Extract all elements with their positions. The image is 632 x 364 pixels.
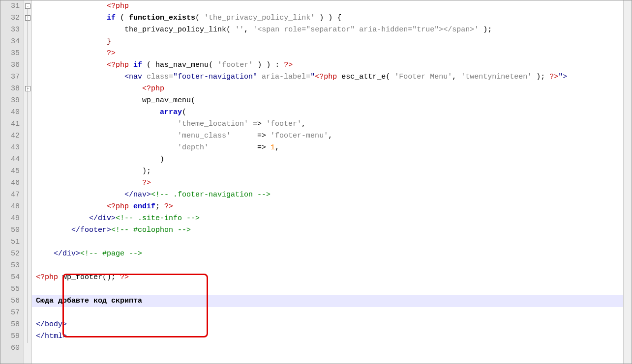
- code-line[interactable]: </div><!-- #page -->: [32, 248, 623, 260]
- line-number: 59: [0, 331, 20, 342]
- code-line[interactable]: wp_nav_menu(: [32, 95, 623, 107]
- line-number: 39: [0, 95, 20, 107]
- line-number: 37: [0, 71, 20, 83]
- indent: [36, 26, 124, 34]
- php-open-tag: <?php: [107, 2, 129, 10]
- text: ) ) {: [315, 14, 341, 22]
- function-name: function_exists: [129, 14, 195, 22]
- line-number: 32: [0, 12, 20, 24]
- text: ,: [275, 143, 279, 152]
- line-number: 51: [0, 236, 20, 248]
- php-close-tag: ?>: [284, 61, 293, 69]
- function-name: the_privacy_policy_link: [124, 26, 226, 34]
- code-line[interactable]: <?php: [32, 83, 623, 95]
- code-line[interactable]: array(: [32, 107, 623, 118]
- line-number: 41: [0, 118, 20, 130]
- string: 'Footer Menu': [394, 73, 452, 81]
- text: );: [142, 167, 151, 175]
- fold-toggle[interactable]: -: [25, 3, 30, 9]
- code-line[interactable]: [32, 260, 623, 272]
- text: ": [310, 73, 315, 81]
- code-line[interactable]: [32, 342, 623, 354]
- html-tag: <nav: [124, 73, 147, 81]
- code-line[interactable]: [32, 236, 623, 248]
- code-line[interactable]: [32, 283, 623, 295]
- indent: [36, 108, 160, 116]
- fold-gutter: - - -: [24, 0, 32, 364]
- php-close-tag: ?>: [164, 202, 173, 211]
- string: 'footer': [217, 61, 253, 69]
- indent: [36, 179, 142, 187]
- comment: <!-- .site-info -->: [116, 214, 200, 223]
- attr: class=: [147, 73, 173, 81]
- string: 'menu_class': [178, 132, 231, 140]
- text: ,: [328, 132, 332, 140]
- line-number-gutter: 31 32 33 34 35 36 37 38 39 40 41 42 43 4…: [0, 0, 24, 364]
- function-name: wp_nav_menu: [142, 96, 191, 105]
- code-line[interactable]: the_privacy_policy_link( '', '<span role…: [32, 24, 623, 36]
- code-line[interactable]: </body>: [32, 319, 623, 331]
- text: [129, 61, 133, 69]
- text: [231, 132, 253, 140]
- indent: [36, 61, 107, 69]
- indent: [36, 2, 107, 10]
- code-line[interactable]: <?php wp_footer(); ?>: [32, 272, 623, 283]
- line-number: 60: [0, 342, 20, 354]
- text: ;: [155, 202, 164, 211]
- code-line[interactable]: if ( function_exists( 'the_privacy_polic…: [32, 12, 623, 24]
- code-line[interactable]: 'menu_class' => 'footer-menu',: [32, 130, 623, 142]
- text: [58, 273, 62, 281]
- indent: [36, 96, 142, 105]
- text: ): [160, 155, 164, 164]
- code-line[interactable]: </footer><!-- #colophon -->: [32, 224, 623, 236]
- code-line[interactable]: 'depth' => 1,: [32, 142, 623, 154]
- indent: [36, 73, 124, 81]
- code-line[interactable]: <?php if ( has_nav_menu( 'footer' ) ) : …: [32, 59, 623, 71]
- php-open-tag: <?php: [142, 84, 164, 93]
- code-line[interactable]: <nav class="footer-navigation" aria-labe…: [32, 71, 623, 83]
- html-tag: </footer>: [71, 226, 111, 234]
- code-line[interactable]: </html>: [32, 331, 623, 342]
- code-editor[interactable]: 31 32 33 34 35 36 37 38 39 40 41 42 43 4…: [0, 0, 632, 364]
- html-tag: </html>: [36, 332, 67, 340]
- code-line[interactable]: ?>: [32, 48, 623, 59]
- code-line[interactable]: }: [32, 36, 623, 48]
- code-line[interactable]: ): [32, 154, 623, 166]
- vertical-scrollbar[interactable]: [623, 0, 632, 364]
- comment: <!-- #colophon -->: [111, 226, 191, 234]
- php-open-tag: <?php: [107, 61, 129, 69]
- code-line-active[interactable]: Сюда добавте код скрипта: [32, 295, 623, 307]
- text: [129, 202, 133, 211]
- string: 'footer-menu': [271, 132, 328, 140]
- attr: aria-label=: [262, 73, 310, 81]
- fold-line: [28, 9, 28, 343]
- text: ) ) :: [253, 61, 284, 69]
- php-open-tag: <?php: [36, 273, 58, 281]
- text: (: [116, 14, 129, 22]
- line-number: 36: [0, 59, 20, 71]
- text: (: [226, 26, 235, 34]
- code-line[interactable]: ?>: [32, 177, 623, 189]
- line-number: 42: [0, 130, 20, 142]
- html-tag: </body>: [36, 320, 67, 329]
- indent: [36, 226, 71, 234]
- comment: <!-- #page -->: [80, 250, 142, 258]
- code-area[interactable]: <?php if ( function_exists( 'the_privacy…: [32, 0, 623, 364]
- code-line[interactable]: <?php: [32, 0, 623, 12]
- code-line[interactable]: </div><!-- .site-info -->: [32, 213, 623, 224]
- code-line[interactable]: <?php endif; ?>: [32, 201, 623, 213]
- keyword-if: if: [133, 61, 142, 69]
- number: 1: [271, 143, 275, 152]
- php-close-tag: ?>: [142, 179, 151, 187]
- code-line[interactable]: 'theme_location' => 'footer',: [32, 118, 623, 130]
- string: 'theme_location': [178, 120, 248, 128]
- indent: [36, 120, 178, 128]
- code-line[interactable]: );: [32, 166, 623, 177]
- code-line[interactable]: </nav><!-- .footer-navigation -->: [32, 189, 623, 201]
- code-line[interactable]: [32, 307, 623, 319]
- comment: <!-- .footer-navigation -->: [151, 191, 271, 199]
- indent: [36, 84, 142, 93]
- placeholder-text: Сюда добавте код скрипта: [36, 297, 142, 305]
- line-number: 46: [0, 177, 20, 189]
- line-number: 50: [0, 224, 20, 236]
